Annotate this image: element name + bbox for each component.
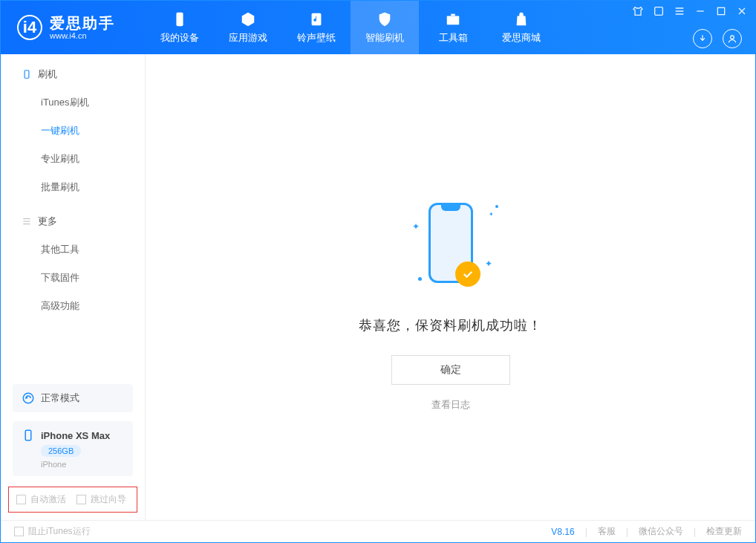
dot-icon (418, 277, 422, 281)
device-type: iPhone (41, 460, 66, 469)
sync-icon (22, 391, 35, 405)
success-illustration: ✦ ✦ ✦ (399, 199, 503, 296)
sidebar-group-label: 刷机 (38, 68, 57, 81)
checkbox-label: 阻止iTunes运行 (28, 525, 91, 538)
device-icon (22, 69, 32, 79)
sidebar-group-more: 更多 (1, 201, 145, 235)
tab-store[interactable]: 爱思商城 (487, 1, 555, 54)
mode-label: 正常模式 (41, 391, 79, 405)
feedback-icon[interactable] (653, 5, 665, 17)
separator: | (585, 527, 587, 537)
mode-indicator[interactable]: 正常模式 (13, 384, 133, 412)
sidebar-item-other-tools[interactable]: 其他工具 (1, 235, 145, 264)
svg-rect-4 (655, 7, 663, 16)
device-capacity: 256GB (41, 445, 81, 457)
window-controls (632, 5, 748, 17)
briefcase-icon (444, 10, 462, 28)
tshirt-icon[interactable] (632, 5, 644, 17)
menu-icon[interactable] (674, 5, 685, 17)
tab-label: 工具箱 (439, 31, 468, 45)
svg-rect-2 (447, 16, 460, 25)
sparkle-icon: ✦ (489, 211, 494, 218)
tab-apps-games[interactable]: 应用游戏 (214, 1, 282, 54)
sidebar-item-pro-flash[interactable]: 专业刷机 (1, 145, 145, 173)
shield-refresh-icon (376, 10, 394, 28)
app-name-en: www.i4.cn (50, 31, 115, 40)
flash-options-highlight: 自动激活 跳过向导 (8, 487, 137, 513)
download-button[interactable] (693, 29, 712, 48)
music-note-icon (307, 10, 325, 28)
user-button[interactable] (723, 29, 742, 48)
sidebar-item-oneclick-flash[interactable]: 一键刷机 (1, 117, 145, 145)
main-content: ✦ ✦ ✦ 恭喜您，保资料刷机成功啦！ 确定 查看日志 (146, 54, 755, 520)
status-bar: 阻止iTunes运行 V8.16 | 客服 | 微信公众号 | 检查更新 (1, 520, 755, 542)
tab-my-device[interactable]: 我的设备 (146, 1, 214, 54)
sidebar-group-label: 更多 (38, 215, 57, 228)
logo-area: i4 爱思助手 www.i4.cn (1, 1, 146, 54)
phone-icon (22, 429, 35, 442)
sparkle-icon: ✦ (485, 259, 492, 269)
svg-point-6 (731, 36, 734, 39)
sparkle-icon: ✦ (412, 221, 420, 232)
confirm-button[interactable]: 确定 (391, 355, 510, 385)
tab-label: 爱思商城 (502, 31, 541, 45)
app-name-cn: 爱思助手 (50, 15, 115, 31)
svg-rect-0 (176, 13, 183, 26)
sidebar-item-itunes-flash[interactable]: iTunes刷机 (1, 88, 145, 117)
main-tabs: 我的设备 应用游戏 铃声壁纸 智能刷机 工具箱 爱思商城 (146, 1, 555, 54)
checkbox-label: 跳过向导 (91, 493, 126, 506)
checkbox-auto-activate[interactable]: 自动激活 (16, 493, 66, 506)
header-actions (693, 29, 742, 48)
checkbox-icon (16, 495, 26, 504)
svg-rect-9 (25, 430, 31, 440)
maximize-icon[interactable] (715, 5, 727, 17)
app-header: i4 爱思助手 www.i4.cn 我的设备 应用游戏 铃声壁纸 智能刷机 工具… (1, 1, 755, 54)
checkbox-icon (76, 495, 86, 504)
device-name: iPhone XS Max (41, 430, 110, 441)
list-icon (22, 216, 32, 227)
svg-rect-5 (717, 7, 724, 14)
tab-label: 铃声壁纸 (297, 31, 336, 45)
checkbox-block-itunes[interactable]: 阻止iTunes运行 (14, 525, 91, 538)
phone-icon (171, 10, 189, 28)
shopping-bag-icon (512, 10, 530, 28)
footer-right: V8.16 | 客服 | 微信公众号 | 检查更新 (551, 525, 742, 538)
sidebar-item-batch-flash[interactable]: 批量刷机 (1, 173, 145, 201)
version-label: V8.16 (551, 527, 574, 537)
separator: | (626, 527, 628, 537)
svg-point-8 (23, 393, 33, 403)
tab-toolbox[interactable]: 工具箱 (419, 1, 487, 54)
svg-rect-3 (451, 14, 455, 16)
tab-label: 智能刷机 (365, 31, 404, 45)
sidebar: 刷机 iTunes刷机 一键刷机 专业刷机 批量刷机 更多 其他工具 下载固件 … (1, 54, 146, 520)
sidebar-item-download-firmware[interactable]: 下载固件 (1, 264, 145, 292)
checkbox-skip-guide[interactable]: 跳过向导 (76, 493, 126, 506)
tab-smart-flash[interactable]: 智能刷机 (351, 1, 419, 54)
check-update-link[interactable]: 检查更新 (706, 525, 742, 538)
tab-label: 我的设备 (160, 31, 199, 45)
dot-icon (495, 205, 498, 208)
success-check-icon (455, 261, 480, 287)
separator: | (694, 527, 696, 537)
minimize-icon[interactable] (694, 5, 706, 17)
app-body: 刷机 iTunes刷机 一键刷机 专业刷机 批量刷机 更多 其他工具 下载固件 … (1, 54, 755, 520)
view-log-link[interactable]: 查看日志 (431, 398, 470, 412)
sidebar-item-advanced[interactable]: 高级功能 (1, 292, 145, 320)
sidebar-group-flash: 刷机 (1, 54, 145, 88)
close-icon[interactable] (736, 5, 748, 17)
checkbox-icon (14, 527, 24, 536)
logo-text: 爱思助手 www.i4.cn (50, 15, 115, 40)
checkbox-label: 自动激活 (30, 493, 66, 506)
cube-icon (239, 10, 257, 28)
tab-label: 应用游戏 (229, 31, 267, 45)
wechat-link[interactable]: 微信公众号 (639, 525, 683, 538)
device-indicator[interactable]: iPhone XS Max 256GB iPhone (13, 421, 133, 476)
success-message: 恭喜您，保资料刷机成功啦！ (359, 316, 542, 334)
tab-ringtones-wallpapers[interactable]: 铃声壁纸 (282, 1, 351, 54)
support-link[interactable]: 客服 (598, 525, 616, 538)
logo-icon: i4 (17, 15, 42, 40)
svg-rect-7 (25, 71, 29, 79)
